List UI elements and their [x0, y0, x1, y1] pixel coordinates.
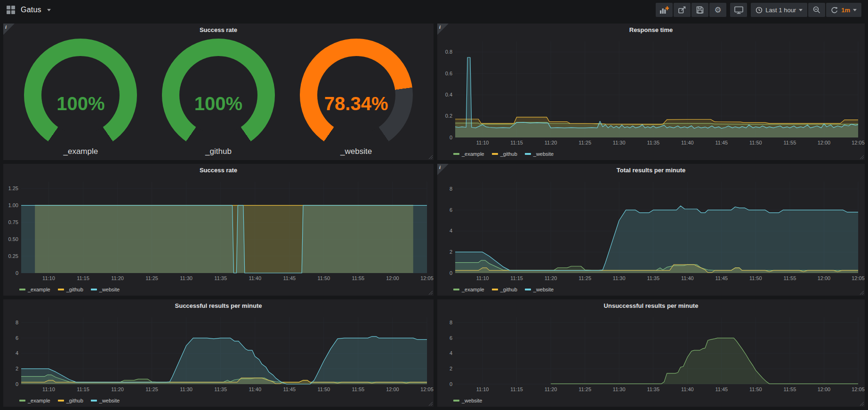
legend-item-_github[interactable]: _github: [58, 287, 83, 292]
svg-text:11:35: 11:35: [647, 140, 659, 145]
add-panel-button[interactable]: [656, 3, 673, 17]
legend-series-label: _website: [99, 398, 120, 403]
legend-item-_website[interactable]: _website: [525, 151, 554, 157]
legend-item-_github[interactable]: _github: [492, 151, 517, 157]
time-range-picker[interactable]: Last 1 hour: [751, 3, 807, 17]
legend-item-_website[interactable]: _website: [91, 287, 120, 292]
chart-plot[interactable]: 0246811:1011:1511:2011:2511:3011:3511:40…: [437, 314, 865, 394]
panel-resize-handle[interactable]: [860, 155, 864, 159]
svg-text:11:35: 11:35: [214, 386, 227, 392]
panel-resize-handle[interactable]: [429, 402, 433, 406]
legend-series-label: _website: [533, 151, 554, 157]
panel-total-rpm: i Total results per minute 0246811:1011:…: [437, 164, 865, 296]
legend-item-_website[interactable]: _website: [91, 398, 120, 403]
info-icon: i: [5, 24, 7, 30]
gauge-row: 100% _example 100% _github 78.34% _websi…: [3, 38, 434, 158]
legend-item-_example[interactable]: _example: [453, 151, 484, 157]
cycle-view-mode-button[interactable]: [730, 3, 747, 17]
panel-title[interactable]: Successful results per minute: [3, 299, 434, 314]
save-dashboard-button[interactable]: [691, 3, 708, 17]
panel-info-corner[interactable]: i: [437, 164, 449, 175]
panel-title[interactable]: Response time: [437, 24, 865, 38]
share-dashboard-button[interactable]: [674, 3, 691, 17]
legend-item-_website[interactable]: _website: [525, 287, 554, 292]
panel-info-corner[interactable]: i: [437, 24, 449, 35]
svg-text:11:55: 11:55: [352, 275, 365, 281]
dashboard-title: Gatus: [21, 6, 41, 14]
chart-plot[interactable]: 00.20.40.60.811:1011:1511:2011:2511:3011…: [437, 38, 865, 148]
svg-text:0.6: 0.6: [445, 71, 452, 76]
svg-text:0: 0: [16, 270, 18, 276]
svg-text:11:45: 11:45: [715, 386, 728, 392]
panel-info-corner[interactable]: i: [3, 24, 15, 35]
svg-text:11:25: 11:25: [145, 386, 158, 392]
chart-plot[interactable]: 00.250.500.751.001.2511:1011:1511:2011:2…: [3, 178, 434, 283]
svg-text:11:50: 11:50: [749, 275, 762, 281]
panel-title[interactable]: Success rate: [3, 24, 434, 38]
svg-text:4: 4: [450, 228, 452, 233]
svg-text:11:35: 11:35: [214, 275, 227, 281]
legend-series-label: _website: [462, 398, 482, 403]
zoom-out-time-button[interactable]: [808, 3, 825, 17]
svg-text:12:00: 12:00: [818, 386, 831, 392]
panel-unsuccessful-rpm: Unsuccessful results per minute 0246811:…: [437, 299, 865, 407]
dashboard-picker[interactable]: Gatus: [7, 6, 51, 14]
dashboard-grid-icon: [7, 6, 15, 14]
panel-resize-handle[interactable]: [860, 402, 864, 406]
dashboard-settings-button[interactable]: ⚙: [709, 3, 726, 17]
legend-item-_example[interactable]: _example: [19, 287, 50, 292]
legend-item-_github[interactable]: _github: [58, 398, 83, 403]
legend-item-_github[interactable]: _github: [492, 287, 517, 292]
legend-series-marker: [453, 289, 459, 290]
refresh-picker[interactable]: 1m: [826, 3, 861, 17]
panel-title[interactable]: Success rate: [3, 164, 434, 178]
legend-item-_example[interactable]: _example: [19, 398, 50, 403]
gauge-website: 78.34% _website: [291, 38, 421, 156]
svg-text:0.8: 0.8: [445, 49, 452, 55]
svg-text:11:15: 11:15: [77, 386, 89, 392]
info-icon: i: [439, 24, 441, 30]
chart-legend: _example_github_website: [437, 149, 865, 159]
svg-text:2: 2: [450, 366, 452, 371]
top-navbar: Gatus ⚙: [0, 0, 868, 20]
svg-text:12:00: 12:00: [386, 275, 399, 281]
legend-series-label: _example: [462, 151, 484, 157]
panel-title[interactable]: Total results per minute: [437, 164, 865, 178]
panel-resize-handle[interactable]: [860, 291, 864, 295]
panel-resize-handle[interactable]: [429, 155, 433, 159]
legend-series-label: _github: [66, 398, 83, 403]
legend-item-_website[interactable]: _website: [453, 398, 482, 403]
svg-text:11:50: 11:50: [317, 275, 330, 281]
legend-series-marker: [492, 153, 498, 155]
legend-series-label: _example: [462, 287, 484, 292]
panel-title[interactable]: Unsuccessful results per minute: [437, 299, 865, 314]
svg-text:0: 0: [450, 270, 452, 276]
legend-item-_example[interactable]: _example: [453, 287, 484, 292]
svg-text:12:00: 12:00: [386, 386, 399, 392]
chevron-down-icon: [47, 9, 51, 11]
svg-text:11:40: 11:40: [681, 386, 694, 392]
legend-series-label: _website: [533, 287, 554, 292]
chart-plot[interactable]: 0246811:1011:1511:2011:2511:3011:3511:40…: [3, 314, 434, 394]
chart-plot[interactable]: 0246811:1011:1511:2011:2511:3011:3511:40…: [437, 178, 865, 283]
svg-text:12:05: 12:05: [852, 140, 865, 145]
legend-series-label: _github: [66, 287, 83, 292]
legend-series-label: _example: [28, 287, 50, 292]
svg-text:11:20: 11:20: [545, 386, 557, 392]
svg-text:0.2: 0.2: [445, 113, 452, 119]
dashboard-grid: i Success rate 100% _example 100% _githu…: [3, 24, 865, 407]
gauge-label: _github: [153, 147, 283, 156]
svg-text:11:55: 11:55: [352, 386, 365, 392]
svg-text:0: 0: [450, 135, 452, 140]
svg-text:8: 8: [450, 186, 452, 192]
svg-text:11:45: 11:45: [715, 140, 728, 145]
gauge-example: 100% _example: [16, 38, 145, 156]
gauge-github: 100% _github: [153, 38, 283, 156]
zoom-out-icon: [813, 6, 820, 14]
svg-text:12:05: 12:05: [852, 386, 865, 392]
svg-text:0.25: 0.25: [8, 253, 18, 259]
panel-successful-rpm: Successful results per minute 0246811:10…: [3, 299, 434, 407]
clock-icon: [755, 7, 763, 14]
svg-text:11:15: 11:15: [510, 140, 523, 145]
panel-resize-handle[interactable]: [429, 291, 433, 295]
